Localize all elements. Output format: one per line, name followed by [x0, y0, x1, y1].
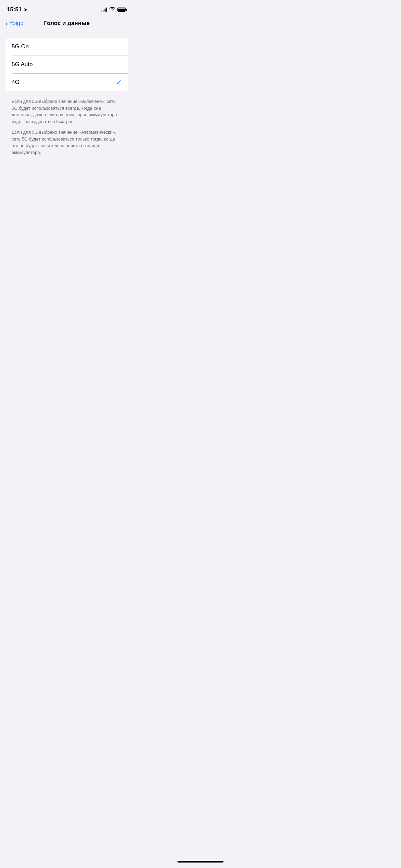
status-bar: 15:51 ➤ [0, 0, 134, 17]
battery-icon [117, 8, 127, 12]
time-display: 15:51 [7, 6, 22, 13]
option-5g-on[interactable]: 5G On [5, 38, 128, 56]
nav-bar: ‹ Yoigo Голос и данные [0, 17, 134, 31]
option-5g-auto[interactable]: 5G Auto [5, 56, 128, 73]
option-4g[interactable]: 4G ✓ [5, 73, 128, 91]
checkmark-icon: ✓ [116, 78, 122, 86]
location-icon: ➤ [24, 7, 27, 12]
option-4g-label: 4G [12, 79, 20, 86]
options-card: 5G On 5G Auto 4G ✓ [5, 38, 128, 91]
option-5g-on-label: 5G On [12, 43, 29, 50]
status-icons [101, 7, 127, 12]
wifi-icon [109, 7, 115, 12]
signal-icon [101, 8, 107, 12]
option-5g-auto-label: 5G Auto [12, 61, 33, 68]
description-block: Если для 5G выбрано значение «Включено»,… [5, 94, 128, 160]
status-time: 15:51 ➤ [7, 6, 27, 13]
description-paragraph-2: Если для 5G выбрано значение «Автоматиче… [12, 129, 122, 156]
main-content: 5G On 5G Auto 4G ✓ Если для 5G выбрано з… [0, 31, 134, 160]
page-title: Голос и данные [44, 20, 90, 27]
description-paragraph-1: Если для 5G выбрано значение «Включено»,… [12, 98, 122, 125]
back-button[interactable]: ‹ Yoigo [5, 20, 24, 27]
back-label: Yoigo [9, 20, 24, 27]
chevron-left-icon: ‹ [5, 20, 8, 27]
